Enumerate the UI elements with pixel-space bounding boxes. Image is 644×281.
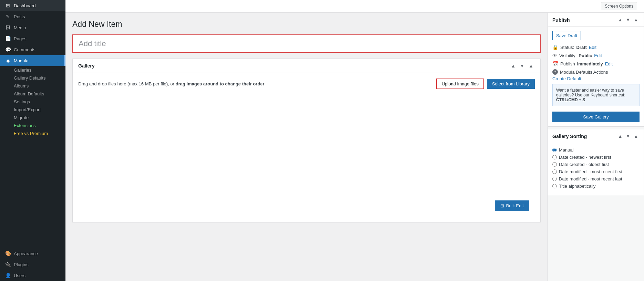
sort-modified-recent-radio[interactable]	[552, 169, 557, 174]
sidebar-item-label: Modula	[14, 58, 29, 63]
main-area: Screen Options Add New Item Gallery ▲ ▼ …	[65, 0, 644, 281]
gallery-collapse-button[interactable]: ▲	[527, 62, 535, 69]
sidebar-sub-galleries[interactable]: Galleries	[0, 66, 65, 74]
hint-shortcut: CTRL/CMD + S	[556, 97, 585, 102]
sort-title-alpha-radio[interactable]	[552, 184, 557, 188]
gallery-sorting-header: Gallery Sorting ▲ ▼ ▲	[548, 129, 644, 143]
sidebar-sub-extensions[interactable]: Extensions	[0, 122, 65, 129]
sidebar-item-label: Pages	[14, 36, 27, 41]
publish-box: Publish ▲ ▼ ▲ Save Draft 🔒 Status: Draft…	[548, 13, 644, 127]
save-draft-button[interactable]: Save Draft	[552, 31, 581, 40]
sidebar-item-label: Plugins	[14, 262, 29, 267]
gallery-up-button[interactable]: ▲	[509, 62, 517, 69]
sort-option-title-alpha: Title alphabetically	[552, 184, 640, 189]
sidebar: ⊞ Dashboard ✎ Posts 🖼 Media 📄 Pages 💬 Co…	[0, 0, 65, 281]
sidebar-sub-migrate[interactable]: Migrate	[0, 114, 65, 122]
sort-date-oldest-label[interactable]: Date created - oldest first	[559, 162, 609, 167]
create-default-link[interactable]: Create Default	[552, 76, 581, 81]
help-icon: ?	[552, 69, 558, 75]
sort-date-oldest-radio[interactable]	[552, 162, 557, 167]
save-gallery-button[interactable]: Save Gallery	[552, 112, 640, 122]
gallery-drag-text: Drag and drop files here (max 16 MB per …	[78, 81, 433, 86]
sort-modified-last-radio[interactable]	[552, 177, 557, 181]
users-icon: 👤	[5, 273, 11, 278]
appearance-icon: 🎨	[5, 251, 11, 256]
sidebar-item-media[interactable]: 🖼 Media	[0, 22, 65, 33]
sidebar-sub-settings[interactable]: Settings	[0, 98, 65, 106]
visibility-value: Public	[579, 53, 592, 58]
sort-date-newest-radio[interactable]	[552, 155, 557, 159]
sorting-up-button[interactable]: ▲	[616, 133, 624, 139]
status-icon: 🔒	[552, 44, 558, 50]
publish-box-header: Publish ▲ ▼ ▲	[548, 13, 644, 27]
calendar-icon: 📅	[552, 61, 558, 66]
publish-box-body: Save Draft 🔒 Status: Draft Edit 👁 Visibi…	[548, 27, 644, 126]
gallery-title: Gallery	[78, 63, 94, 69]
sidebar-item-posts[interactable]: ✎ Posts	[0, 11, 65, 22]
sidebar-sub-free-premium[interactable]: Free vs Premium	[0, 129, 65, 137]
screen-options-button[interactable]: Screen Options	[601, 2, 637, 10]
sidebar-item-comments[interactable]: 💬 Comments	[0, 44, 65, 55]
status-edit-link[interactable]: Edit	[589, 45, 596, 50]
sorting-down-button[interactable]: ▼	[624, 133, 632, 139]
visibility-edit-link[interactable]: Edit	[594, 53, 602, 58]
sort-option-date-modified-last: Date modified - most recent last	[552, 176, 640, 181]
sidebar-item-appearance[interactable]: 🎨 Appearance	[0, 248, 65, 259]
sort-modified-last-label[interactable]: Date modified - most recent last	[559, 176, 622, 181]
sidebar-sub-album-defaults[interactable]: Album Defaults	[0, 90, 65, 98]
sidebar-item-users[interactable]: 👤 Users	[0, 270, 65, 281]
sidebar-sub-gallery-defaults[interactable]: Gallery Defaults	[0, 74, 65, 82]
sidebar-item-plugins[interactable]: 🔌 Plugins	[0, 259, 65, 270]
gallery-down-button[interactable]: ▼	[518, 62, 526, 69]
sort-modified-recent-label[interactable]: Date modified - most recent first	[559, 169, 622, 174]
visibility-label: Visibility:	[559, 53, 576, 58]
sidebar-item-label: Posts	[14, 14, 25, 19]
sort-title-alpha-label[interactable]: Title alphabetically	[559, 184, 595, 189]
publish-edit-link[interactable]: Edit	[605, 61, 613, 66]
sidebar-item-label: Appearance	[14, 251, 38, 256]
publish-down-button[interactable]: ▼	[624, 17, 632, 23]
bulk-edit-button[interactable]: ⊞ Bulk Edit	[495, 200, 529, 211]
gallery-controls: ▲ ▼ ▲	[509, 62, 535, 69]
sidebar-item-modula[interactable]: ◆ Modula	[0, 55, 65, 66]
sort-option-date-newest: Date created - newest first	[552, 155, 640, 160]
sidebar-item-dashboard[interactable]: ⊞ Dashboard	[0, 0, 65, 11]
gallery-sorting-title: Gallery Sorting	[552, 134, 587, 139]
title-input[interactable]	[72, 34, 541, 53]
plugins-icon: 🔌	[5, 262, 11, 267]
gallery-body: Drag and drop files here (max 16 MB per …	[73, 73, 540, 222]
sidebar-item-label: Users	[14, 273, 25, 278]
sidebar-sub-import-export[interactable]: Import/Export	[0, 106, 65, 114]
gallery-sorting-box: Gallery Sorting ▲ ▼ ▲ Manual Date create…	[548, 129, 644, 195]
gallery-sorting-controls: ▲ ▼ ▲	[616, 133, 640, 139]
select-from-library-button[interactable]: Select from Library	[487, 79, 535, 89]
upload-image-files-button[interactable]: Upload image files	[436, 79, 484, 89]
sort-manual-radio[interactable]	[552, 148, 557, 152]
modula-actions-row: ? Modula Defaults Actions	[552, 69, 640, 75]
publish-collapse-button[interactable]: ▲	[632, 17, 640, 23]
sidebar-item-pages[interactable]: 📄 Pages	[0, 33, 65, 44]
editor-area: Add New Item Gallery ▲ ▼ ▲ Drag and drop…	[65, 13, 548, 281]
sorting-collapse-button[interactable]: ▲	[632, 133, 640, 139]
sidebar-item-label: Dashboard	[14, 3, 36, 8]
gallery-header: Gallery ▲ ▼ ▲	[73, 59, 540, 73]
page-title: Add New Item	[72, 20, 541, 29]
sidebar-sub-albums[interactable]: Albums	[0, 82, 65, 90]
media-icon: 🖼	[5, 25, 11, 30]
publish-up-button[interactable]: ▲	[616, 17, 624, 23]
publish-box-controls: ▲ ▼ ▲	[616, 17, 640, 23]
sort-option-date-oldest: Date created - oldest first	[552, 162, 640, 167]
sort-date-newest-label[interactable]: Date created - newest first	[559, 155, 611, 160]
modula-actions-label: Modula Defaults Actions	[560, 70, 608, 75]
sort-option-date-modified-recent: Date modified - most recent first	[552, 169, 640, 174]
status-row: 🔒 Status: Draft Edit	[552, 44, 640, 50]
dashboard-icon: ⊞	[5, 3, 11, 8]
visibility-icon: 👁	[552, 53, 557, 58]
right-sidebar: Publish ▲ ▼ ▲ Save Draft 🔒 Status: Draft…	[548, 13, 644, 281]
topbar: Screen Options	[65, 0, 644, 13]
sidebar-item-label: Comments	[14, 47, 35, 52]
hint-text: Want a faster and easier way to save gal…	[556, 88, 625, 97]
sort-manual-label[interactable]: Manual	[559, 147, 574, 153]
pages-icon: 📄	[5, 36, 11, 41]
content-area: Add New Item Gallery ▲ ▼ ▲ Drag and drop…	[65, 13, 644, 281]
